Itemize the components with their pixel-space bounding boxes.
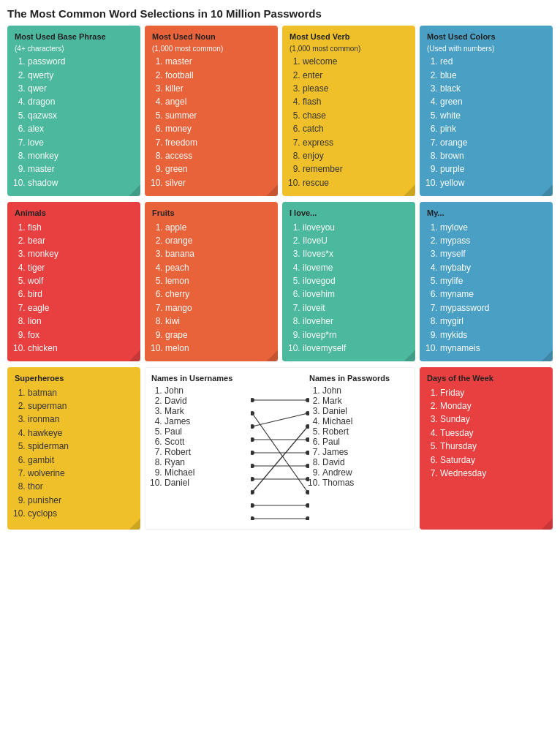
list-item: master bbox=[28, 163, 133, 176]
names-passwords-col: Names in Passwords John Mark Daniel Mich… bbox=[309, 374, 409, 523]
svg-point-13 bbox=[251, 437, 254, 442]
list-item: blue bbox=[440, 69, 545, 82]
card-colors-subtitle: (Used with numbers) bbox=[427, 45, 545, 53]
noun-list: master football killer angel summer mone… bbox=[152, 56, 270, 189]
card-noun-title: Most Used Noun bbox=[152, 31, 270, 42]
row-1: Most Used Base Phrase (4+ characters) pa… bbox=[7, 26, 553, 196]
svg-line-2 bbox=[252, 413, 308, 426]
list-item: chicken bbox=[28, 342, 133, 355]
names-usernames-list: John David Mark James Paul Scott Robert … bbox=[151, 385, 251, 488]
svg-line-7 bbox=[252, 426, 308, 492]
list-item: peach bbox=[165, 262, 270, 274]
svg-point-19 bbox=[251, 516, 254, 520]
list-item: freedom bbox=[165, 137, 270, 149]
card-fruits: Fruits apple orange banana peach lemon c… bbox=[145, 202, 278, 361]
list-item: cherry bbox=[165, 288, 270, 301]
svg-point-16 bbox=[251, 477, 254, 481]
my-list: mylove mypass myself mybaby mylife mynam… bbox=[427, 222, 545, 355]
list-item: brown bbox=[440, 150, 545, 162]
list-item: John bbox=[322, 385, 409, 396]
list-item: lion bbox=[28, 315, 133, 328]
list-item: John bbox=[164, 385, 251, 396]
list-item: rescue bbox=[303, 177, 408, 189]
card-superheroes-title: Superheroes bbox=[15, 373, 133, 383]
list-item: purple bbox=[440, 163, 545, 176]
card-noun: Most Used Noun (1,000 most common) maste… bbox=[145, 26, 278, 196]
list-item: Paul bbox=[322, 437, 409, 447]
card-verb-title: Most Used Verb bbox=[290, 31, 408, 42]
list-item: mylife bbox=[440, 275, 545, 287]
card-colors-title: Most Used Colors bbox=[427, 31, 545, 42]
list-item: Michael bbox=[164, 467, 251, 478]
list-item: James bbox=[322, 447, 409, 457]
list-item: qazwsx bbox=[28, 110, 133, 122]
list-item: chase bbox=[303, 110, 408, 122]
svg-point-11 bbox=[251, 411, 254, 415]
svg-point-25 bbox=[306, 464, 309, 468]
list-item: mykids bbox=[440, 329, 545, 342]
list-item: Mark bbox=[322, 396, 409, 406]
list-item: banana bbox=[165, 248, 270, 260]
svg-point-23 bbox=[306, 437, 309, 442]
base-phrase-list: password qwerty qwer dragon qazwsx alex … bbox=[15, 56, 133, 189]
list-item: mypassword bbox=[440, 302, 545, 315]
svg-point-15 bbox=[251, 464, 254, 468]
list-item: ilovemyself bbox=[303, 342, 408, 355]
colors-list: red blue black green white pink orange b… bbox=[427, 56, 545, 189]
list-item: killer bbox=[165, 83, 270, 95]
card-base-phrase-subtitle: (4+ characters) bbox=[15, 45, 133, 53]
superheroes-list: batman superman ironman hawkeye spiderma… bbox=[15, 387, 133, 521]
row-3: Superheroes batman superman ironman hawk… bbox=[7, 367, 553, 530]
svg-point-14 bbox=[251, 451, 254, 455]
list-item: myname bbox=[440, 288, 545, 301]
list-item: monkey bbox=[28, 150, 133, 162]
card-animals-title: Animals bbox=[15, 208, 133, 218]
list-item: enter bbox=[303, 69, 408, 82]
card-names: Names in Usernames John David Mark James… bbox=[145, 367, 415, 530]
list-item: catch bbox=[303, 123, 408, 135]
list-item: Sunday bbox=[440, 413, 545, 426]
list-item: orange bbox=[440, 137, 545, 149]
list-item: mango bbox=[165, 302, 270, 315]
list-item: please bbox=[303, 83, 408, 95]
svg-point-10 bbox=[251, 398, 254, 402]
list-item: Michael bbox=[322, 416, 409, 426]
list-item: orange bbox=[165, 235, 270, 247]
list-item: qwerty bbox=[28, 69, 133, 82]
list-item: yellow bbox=[440, 177, 545, 189]
list-item: welcome bbox=[303, 56, 408, 68]
card-base-phrase: Most Used Base Phrase (4+ characters) pa… bbox=[7, 26, 140, 196]
list-item: lemon bbox=[165, 275, 270, 287]
card-colors: Most Used Colors (Used with numbers) red… bbox=[420, 26, 553, 196]
list-item: red bbox=[440, 56, 545, 68]
list-item: iloveher bbox=[303, 315, 408, 328]
list-item: Scott bbox=[164, 437, 251, 447]
list-item: Ryan bbox=[164, 457, 251, 467]
card-ilove-title: I love... bbox=[290, 208, 408, 218]
card-base-phrase-title: Most Used Base Phrase bbox=[15, 31, 133, 42]
list-item: spiderman bbox=[28, 440, 133, 453]
names-passwords-list: John Mark Daniel Michael Robert Paul Jam… bbox=[309, 385, 409, 488]
list-item: Friday bbox=[440, 387, 545, 399]
list-item: iloveme bbox=[303, 262, 408, 274]
list-item: wolverine bbox=[28, 467, 133, 480]
list-item: fish bbox=[28, 222, 133, 234]
list-item: remember bbox=[303, 163, 408, 176]
list-item: silver bbox=[165, 177, 270, 189]
list-item: myself bbox=[440, 248, 545, 260]
row-2: Animals fish bear monkey tiger wolf bird… bbox=[7, 202, 553, 361]
names-passwords-title: Names in Passwords bbox=[309, 374, 409, 383]
card-days: Days of the Week Friday Monday Sunday Tu… bbox=[420, 367, 553, 530]
names-usernames-col: Names in Usernames John David Mark James… bbox=[151, 374, 251, 523]
card-days-title: Days of the Week bbox=[427, 373, 545, 383]
svg-point-26 bbox=[306, 477, 309, 481]
list-item: melon bbox=[165, 342, 270, 355]
list-item: Daniel bbox=[322, 406, 409, 416]
svg-point-18 bbox=[251, 503, 254, 508]
list-item: iloveit bbox=[303, 302, 408, 315]
list-item: tiger bbox=[28, 262, 133, 274]
list-item: enjoy bbox=[303, 150, 408, 162]
list-item: alex bbox=[28, 123, 133, 135]
list-item: Robert bbox=[164, 447, 251, 457]
days-list: Friday Monday Sunday Tuesday Thursday Sa… bbox=[427, 387, 545, 481]
